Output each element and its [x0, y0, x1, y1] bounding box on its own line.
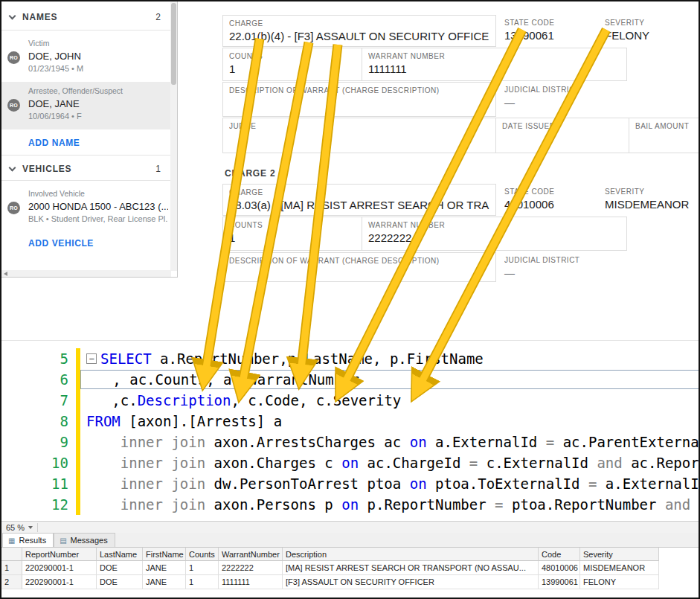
sql-line[interactable]: 5−SELECT a.ReportNumber,p.LastName, p.Fi…: [1, 348, 700, 369]
sql-line[interactable]: 10 inner join axon.Charges c on ac.Charg…: [1, 452, 700, 473]
sql-token: axon.Charges c: [205, 455, 341, 471]
grid-cell[interactable]: 1: [186, 575, 219, 589]
grid-cell[interactable]: [F3] ASSAULT ON SECURITY OFFICER: [283, 575, 539, 589]
scrollbar-thumb[interactable]: [171, 3, 176, 85]
divider: [1, 30, 171, 31]
charge1-date-issued-field[interactable]: DATE ISSUED: [495, 118, 629, 153]
divider: [1, 155, 171, 156]
grid-header-cell[interactable]: FirstName: [143, 548, 186, 561]
sql-token: [86, 455, 121, 471]
sql-line[interactable]: 8FROM [axon].[Arrests] a: [1, 411, 700, 432]
sql-code-text[interactable]: inner join axon.Persons p on p.ReportNum…: [80, 496, 690, 513]
grid-row-header[interactable]: 2: [1, 575, 22, 589]
sql-code-text[interactable]: inner join axon.ArrestsCharges ac on a.E…: [80, 434, 700, 450]
results-grid: ReportNumberLastNameFirstNameCountsWarra…: [1, 548, 700, 598]
sidebar-vertical-scrollbar[interactable]: [170, 1, 177, 271]
sql-code-text[interactable]: inner join axon.Charges c on ac.ChargeId…: [80, 455, 700, 471]
sql-editor[interactable]: 5−SELECT a.ReportNumber,p.LastName, p.Fi…: [1, 340, 700, 521]
grid-header-cell[interactable]: Description: [283, 548, 539, 561]
grid-row-header[interactable]: 1: [1, 561, 22, 575]
name-item-arrestee[interactable]: Arrestee, Offender/Suspect RO DOE, JANE …: [1, 82, 172, 129]
sql-line[interactable]: 6 , ac.Counts, ac.WarrantNumber: [1, 369, 700, 390]
names-section-count: 2: [155, 12, 171, 22]
grid-cell[interactable]: 13990061: [539, 575, 580, 589]
charge1-counts-field[interactable]: COUNTS 1: [222, 48, 362, 81]
charge1-charge-field[interactable]: CHARGE 22.01(b)(4) - [F3] ASSAULT ON SEC…: [222, 15, 496, 47]
tab-results[interactable]: ▦ Results: [2, 533, 54, 547]
grid-cell[interactable]: 220290001-1: [22, 561, 97, 575]
charge2-state-code-field[interactable]: STATE CODE 48010006: [498, 184, 597, 216]
tab-messages[interactable]: ▤ Messages: [54, 533, 115, 547]
line-number: 7: [1, 392, 76, 409]
tab-label: Messages: [71, 536, 108, 545]
sql-code-text[interactable]: FROM [axon].[Arrests] a: [80, 413, 282, 429]
sidebar-horizontal-scrollbar[interactable]: [1, 270, 171, 277]
grid-header-cell[interactable]: Severity: [580, 548, 659, 561]
grid-cell[interactable]: DOE: [97, 575, 143, 589]
sql-token: inner join: [121, 496, 205, 513]
name-item-victim[interactable]: Victim RO DOE, JOHN 01/23/1945 • M: [1, 34, 172, 79]
charge2-counts-field[interactable]: COUNTS 1: [222, 217, 362, 251]
charge1-bail-amount-field[interactable]: BAIL AMOUNT: [629, 118, 700, 153]
sql-line[interactable]: 7 ,c.Description, c.Code, c.Severity: [1, 390, 700, 411]
grid-cell[interactable]: 1: [186, 561, 219, 575]
charge1-judge-field[interactable]: JUDGE: [222, 118, 496, 153]
sql-line[interactable]: 11 inner join dw.PersonToArrest ptoa on …: [1, 473, 700, 494]
grid-cell[interactable]: 220290001-1: [22, 575, 97, 589]
grid-cell[interactable]: FELONY: [580, 575, 659, 589]
charge1-warrant-number-field[interactable]: WARRANT NUMBER 1111111: [362, 48, 627, 81]
grid-cell[interactable]: 1111111: [219, 575, 283, 589]
sql-code-text[interactable]: ,c.Description, c.Code, c.Severity: [80, 392, 401, 409]
charge2-judicial-district-field[interactable]: JUDICIAL DISTRICT —: [498, 252, 610, 282]
collapse-region-toggle[interactable]: −: [86, 353, 97, 364]
divider: [1, 180, 171, 181]
charge2-warrant-description-field[interactable]: DESCRIPTION OF WARRANT (CHARGE DESCRIPTI…: [222, 252, 496, 282]
grid-header-cell[interactable]: WarrantNumber: [219, 548, 283, 561]
field-label: WARRANT NUMBER: [368, 221, 620, 229]
sql-token: ac.ReportNumber: [623, 455, 700, 471]
sql-token: axon.Persons p: [205, 496, 341, 513]
grid-cell[interactable]: 2222222: [219, 561, 283, 575]
sql-token: ptoa.ToExternalId: [427, 475, 588, 492]
sql-line[interactable]: 12 inner join axon.Persons p on p.Report…: [1, 494, 700, 515]
charge1-warrant-description-field[interactable]: DESCRIPTION OF WARRANT (CHARGE DESCRIPTI…: [222, 82, 496, 117]
line-number: 9: [1, 434, 76, 450]
charge2-severity-field[interactable]: SEVERITY MISDEMEANOR: [599, 184, 699, 216]
vehicles-section-header[interactable]: VEHICLES 1: [1, 159, 171, 179]
line-number: 11: [1, 475, 76, 492]
grid-cell[interactable]: JANE: [143, 575, 186, 589]
grid-cell[interactable]: [MA] RESIST ARREST SEARCH OR TRANSPORT (…: [283, 561, 539, 575]
field-label: CHARGE: [229, 188, 489, 196]
zoom-level: 65 %: [6, 523, 25, 532]
field-value: FELONY: [605, 29, 693, 42]
field-label: STATE CODE: [504, 19, 591, 27]
sql-code-text[interactable]: −SELECT a.ReportNumber,p.LastName, p.Fir…: [80, 350, 484, 367]
sql-code-text[interactable]: inner join dw.PersonToArrest ptoa on pto…: [80, 475, 700, 492]
charge1-state-code-field[interactable]: STATE CODE 13990061: [498, 15, 597, 47]
names-section-header[interactable]: NAMES 2: [1, 7, 171, 27]
grid-cell[interactable]: 48010006: [539, 561, 580, 575]
grid-header-cell[interactable]: [1, 548, 22, 561]
grid-header-cell[interactable]: LastName: [97, 548, 143, 561]
charge2-warrant-number-field[interactable]: WARRANT NUMBER 2222222: [362, 217, 627, 251]
sql-token: =: [546, 434, 554, 450]
sql-line[interactable]: 9 inner join axon.ArrestsCharges ac on a…: [1, 432, 700, 452]
grid-cell[interactable]: JANE: [143, 561, 186, 575]
sql-code-text[interactable]: , ac.Counts, ac.WarrantNumber: [80, 370, 699, 389]
charge2-charge-field[interactable]: CHARGE 38.03(a) - [MA] RESIST ARREST SEA…: [222, 184, 496, 216]
add-vehicle-button[interactable]: ADD VEHICLE: [28, 238, 94, 249]
sql-token: and: [597, 455, 622, 471]
sql-token: [86, 475, 121, 492]
grid-cell[interactable]: MISDEMEANOR: [580, 561, 659, 575]
charge1-severity-field[interactable]: SEVERITY FELONY: [599, 15, 699, 47]
grid-header-cell[interactable]: ReportNumber: [22, 548, 97, 561]
entity-role-label: Victim: [28, 39, 49, 48]
field-label: CHARGE: [229, 19, 489, 28]
zoom-dropdown[interactable]: 65 %: [1, 523, 37, 532]
charge1-judicial-district-field[interactable]: JUDICIAL DISTRICT —: [498, 82, 610, 117]
grid-header-cell[interactable]: Counts: [186, 548, 219, 561]
grid-header-cell[interactable]: Code: [539, 548, 580, 561]
add-name-button[interactable]: ADD NAME: [28, 138, 80, 148]
grid-cell[interactable]: DOE: [97, 561, 143, 575]
vehicle-item[interactable]: Involved Vehicle RO 2000 HONDA 1500 - AB…: [1, 185, 172, 234]
